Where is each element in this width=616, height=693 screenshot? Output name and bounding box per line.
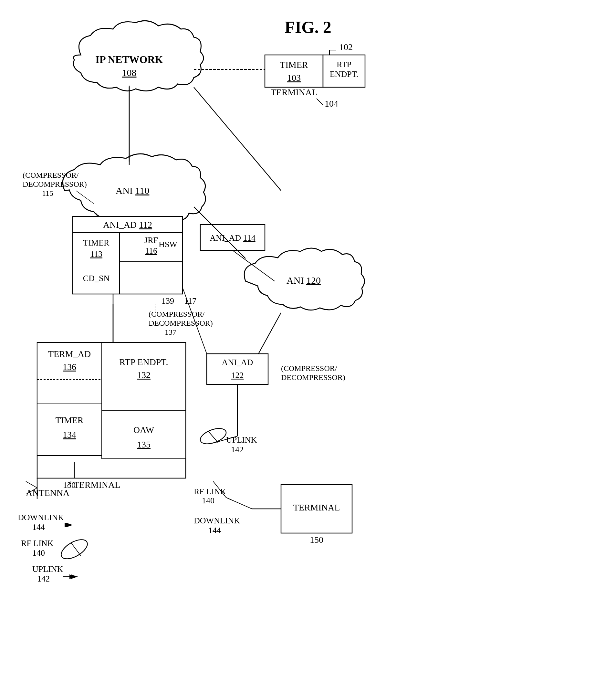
terminal-104-label: TERMINAL bbox=[271, 87, 318, 97]
ip-network-ref: 108 bbox=[122, 67, 137, 78]
ani-ad-122-group: ANI_AD 122 bbox=[207, 354, 268, 384]
rf-dish-left bbox=[58, 536, 91, 562]
terminal-130-label: TERMINAL bbox=[74, 480, 120, 490]
terminal-150-label: TERMINAL bbox=[293, 502, 340, 512]
ani-110-label: ANI 110 bbox=[116, 185, 150, 196]
uplink-142-left: UPLINK 142 bbox=[32, 565, 76, 583]
compressor-right-label: (COMPRESSOR/ DECOMPRESSOR) bbox=[281, 364, 345, 381]
diagram-container: FIG. 2 IP NETWORK 108 102 TIMER 103 RTP … bbox=[0, 0, 616, 693]
term-ad-136-label: TERM_AD bbox=[48, 349, 91, 359]
terminal-130-group: TERM_AD 136 TIMER 134 RTP ENDPT. 132 OAW… bbox=[37, 342, 186, 478]
jrf-116-label: JRF bbox=[144, 236, 158, 245]
timer-113-ref: 113 bbox=[90, 250, 102, 259]
svg-text:DOWNLINK: DOWNLINK bbox=[194, 516, 240, 525]
rtp-endpt-132-ref: 132 bbox=[137, 370, 151, 380]
rf-link-140-left: RF LINK 140 bbox=[21, 539, 54, 558]
timer-113-label: TIMER bbox=[83, 238, 110, 248]
rtp-endpt-top-label: RTP bbox=[337, 60, 352, 69]
hsw-label: HSW bbox=[159, 240, 177, 249]
svg-text:140: 140 bbox=[32, 548, 45, 558]
ani-ad-122-ref: 122 bbox=[231, 371, 244, 380]
svg-line-48 bbox=[226, 497, 252, 509]
timer-103-label: TIMER bbox=[280, 60, 308, 70]
ani-ad-122-label: ANI_AD bbox=[222, 358, 253, 367]
antenna-label: ANTENNA bbox=[26, 488, 70, 498]
rtp-endpt-132-label: RTP ENDPT. bbox=[120, 357, 168, 367]
ani-ad-112-group: ANI_AD 112 TIMER 113 JRF 116 HSW CD_SN bbox=[73, 216, 182, 294]
ani-120-label: ANI 120 bbox=[286, 275, 321, 285]
ref-104: 104 bbox=[325, 99, 338, 108]
timer-134-label: TIMER bbox=[55, 415, 83, 425]
ani-ad-112-label: ANI_AD 112 bbox=[103, 220, 152, 230]
cd-sn-label: CD_SN bbox=[83, 274, 110, 283]
svg-text:137: 137 bbox=[165, 328, 176, 336]
ip-network-label: IP NETWORK bbox=[96, 54, 163, 65]
rf-dish-right bbox=[198, 425, 228, 447]
downlink-144-right: DOWNLINK 144 bbox=[194, 516, 240, 535]
timer-103-ref: 103 bbox=[287, 73, 301, 83]
timer-134-ref: 134 bbox=[63, 430, 76, 440]
ani-ad-114-label: ANI_AD 114 bbox=[210, 233, 255, 243]
svg-text:115: 115 bbox=[42, 189, 53, 197]
svg-text:(COMPRESSOR/: (COMPRESSOR/ bbox=[23, 171, 79, 179]
svg-text:UPLINK: UPLINK bbox=[32, 565, 63, 574]
rf-link-140-right: RF LINK 140 bbox=[194, 487, 226, 505]
ani-110-cloud: ANI 110 bbox=[63, 154, 205, 223]
oaw-135-label: OAW bbox=[134, 425, 154, 435]
svg-text:142: 142 bbox=[37, 574, 50, 583]
svg-text:144: 144 bbox=[208, 526, 221, 535]
ip-to-ani120-line bbox=[194, 87, 281, 191]
svg-text:140: 140 bbox=[202, 496, 215, 505]
svg-text:(COMPRESSOR/: (COMPRESSOR/ bbox=[281, 364, 337, 373]
svg-line-2 bbox=[317, 99, 323, 105]
svg-text:(COMPRESSOR/: (COMPRESSOR/ bbox=[148, 310, 205, 318]
svg-text:142: 142 bbox=[231, 445, 243, 454]
ani-120-cloud: ANI 120 bbox=[244, 248, 364, 310]
diagram-svg: IP NETWORK 108 102 TIMER 103 RTP ENDPT. … bbox=[0, 0, 616, 693]
svg-point-39 bbox=[198, 425, 228, 447]
svg-text:UPLINK: UPLINK bbox=[226, 435, 257, 444]
svg-text:DECOMPRESSOR): DECOMPRESSOR) bbox=[23, 180, 87, 189]
ani120-to-aniad122-line bbox=[258, 313, 281, 354]
svg-text:RF LINK: RF LINK bbox=[21, 539, 54, 548]
compressor-137-label: (COMPRESSOR/ DECOMPRESSOR) 137 bbox=[148, 310, 213, 336]
svg-text:DECOMPRESSOR): DECOMPRESSOR) bbox=[281, 373, 345, 381]
rtp-endpt-top-label2: ENDPT. bbox=[330, 70, 358, 79]
jrf-116-ref: 116 bbox=[145, 246, 157, 256]
terminal-150-ref: 150 bbox=[310, 535, 323, 545]
ref-102: 102 bbox=[339, 42, 353, 52]
ip-network-cloud: IP NETWORK 108 bbox=[74, 21, 204, 91]
oaw-135-ref: 135 bbox=[137, 439, 151, 450]
ani-ad-114-group: ANI_AD 114 bbox=[200, 224, 265, 251]
terminal-102-group: 102 TIMER 103 RTP ENDPT. TERMINAL 104 bbox=[265, 42, 365, 108]
term-ad-136-ref: 136 bbox=[63, 362, 76, 372]
svg-text:DOWNLINK: DOWNLINK bbox=[18, 513, 64, 522]
svg-text:DECOMPRESSOR): DECOMPRESSOR) bbox=[148, 319, 213, 327]
ref-139: 139 bbox=[161, 296, 174, 305]
downlink-144-left: DOWNLINK 144 bbox=[18, 513, 71, 532]
svg-text:144: 144 bbox=[32, 522, 45, 532]
terminal-150-group: TERMINAL 150 bbox=[281, 484, 352, 545]
svg-line-26 bbox=[26, 481, 37, 488]
